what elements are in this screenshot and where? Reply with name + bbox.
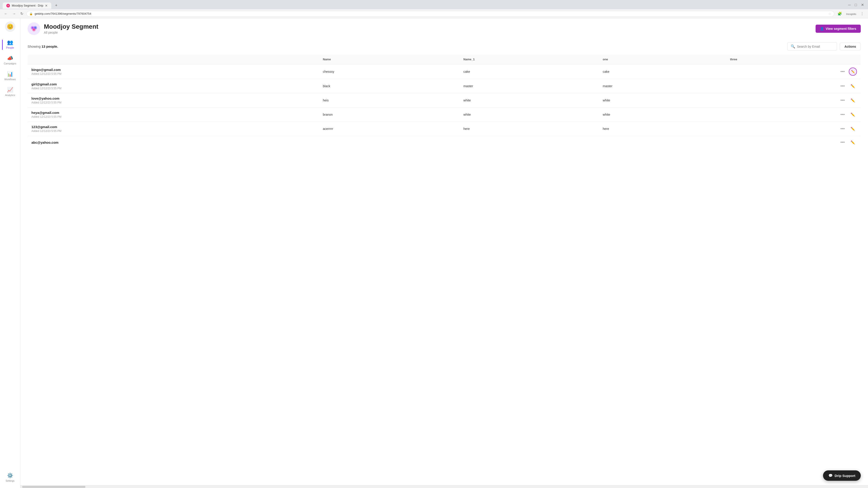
person-email: 123@gmail.com — [31, 125, 315, 129]
person-name: heis — [319, 93, 460, 107]
person-name1: white — [460, 107, 599, 122]
row-actions-cell: ••• ✏️ — [835, 122, 861, 136]
person-three — [726, 107, 835, 122]
sidebar: 😊 👥 People 📣 Campaigns 📊 Workflows 📈 Ana… — [0, 17, 20, 488]
tab-favicon: 🎯 — [6, 4, 10, 7]
analytics-icon: 📈 — [7, 87, 13, 93]
table-row: love@yahoo.com Added 12/12/23 5:55 PM he… — [28, 93, 861, 107]
sidebar-item-settings[interactable]: ⚙️ Settings — [2, 470, 18, 484]
row-actions: ••• ✏️ — [839, 126, 857, 132]
sidebar-item-label: Workflows — [4, 78, 16, 80]
browser-chrome: 🎯 Moodjoy Segment · Drip ✕ + ─ □ ✕ ← → ↻… — [0, 0, 868, 18]
person-added: Added 12/12/23 5:55 PM — [31, 87, 315, 90]
person-email: bingo@gmail.com — [31, 68, 315, 72]
workflows-icon: 📊 — [7, 71, 13, 77]
sidebar-item-label: Settings — [6, 480, 15, 482]
sidebar-item-label: Campaigns — [4, 62, 17, 65]
person-one: white — [599, 93, 726, 107]
edit-person-button[interactable]: ✏️ — [849, 111, 857, 118]
row-actions-cell: ••• ✏️ — [835, 93, 861, 107]
table-row: bingo@gmail.com Added 12/12/23 5:55 PM c… — [28, 64, 861, 79]
person-one: white — [599, 107, 726, 122]
drip-support-icon: 💬 — [829, 474, 833, 478]
col-one: one — [599, 55, 726, 64]
scroll-thumb[interactable] — [22, 486, 86, 488]
search-box[interactable]: 🔍 — [787, 42, 837, 51]
sidebar-item-label: Analytics — [5, 94, 15, 96]
person-name: chesssy — [319, 64, 460, 79]
row-actions-cell: ••• ✏️ — [835, 79, 861, 93]
actions-button[interactable]: Actions — [840, 43, 861, 51]
person-email: love@yahoo.com — [31, 96, 315, 100]
horizontal-scrollbar[interactable] — [20, 485, 868, 488]
more-options-button[interactable]: ••• — [839, 97, 846, 104]
campaigns-icon: 📣 — [7, 55, 13, 61]
view-filters-button[interactable]: 👤 View segment filters — [815, 25, 861, 33]
person-email: heya@gmail.com — [31, 111, 315, 115]
more-options-button[interactable]: ••• — [839, 126, 846, 132]
bookmark-icon[interactable]: ☆ — [829, 12, 831, 15]
sidebar-item-people[interactable]: 👥 People — [2, 37, 18, 51]
person-email: abc@yahoo.com — [31, 140, 315, 144]
page-header: Moodjoy Segment All people 👤 View segmen… — [28, 22, 861, 35]
table-row: heya@gmail.com Added 12/12/23 5:55 PM br… — [28, 107, 861, 122]
col-three: three — [726, 55, 835, 64]
url-text: getdrip.com/7641396/segments/797604754 — [35, 12, 827, 15]
person-three — [726, 79, 835, 93]
more-options-button[interactable]: ••• — [839, 139, 846, 146]
address-bar[interactable]: 🔒 getdrip.com/7641396/segments/797604754… — [26, 11, 834, 17]
edit-person-button[interactable]: ✏️ — [849, 97, 857, 103]
more-options-button[interactable]: ••• — [839, 83, 846, 90]
table-row: 123@gmail.com Added 12/12/23 5:55 PM ace… — [28, 122, 861, 136]
more-options-button[interactable]: ••• — [839, 68, 846, 75]
person-email-cell: love@yahoo.com Added 12/12/23 5:55 PM — [28, 93, 319, 107]
person-three — [726, 93, 835, 107]
person-added: Added 12/12/23 5:55 PM — [31, 129, 315, 133]
people-count: 13 people. — [41, 44, 58, 48]
person-email-cell: heya@gmail.com Added 12/12/23 5:55 PM — [28, 107, 319, 122]
segment-subtitle: All people — [44, 31, 98, 34]
active-tab[interactable]: 🎯 Moodjoy Segment · Drip ✕ — [3, 2, 51, 9]
person-three — [726, 122, 835, 136]
person-name1: master — [460, 79, 599, 93]
search-input[interactable] — [797, 45, 833, 48]
refresh-button[interactable]: ↻ — [19, 11, 25, 17]
person-three — [726, 64, 835, 79]
extensions-button[interactable]: 🧩 — [836, 11, 843, 17]
edit-person-button[interactable]: ✏️ — [849, 139, 857, 145]
maximize-button[interactable]: □ — [853, 2, 858, 8]
profile-button[interactable]: Incognito — [845, 11, 858, 17]
people-icon: 👥 — [7, 39, 13, 45]
edit-person-button[interactable]: ✏️ — [849, 68, 857, 76]
sidebar-item-analytics[interactable]: 📈 Analytics — [2, 85, 18, 99]
person-name: acerrrrr — [319, 122, 460, 136]
person-added: Added 12/12/23 5:55 PM — [31, 115, 315, 119]
drip-support-button[interactable]: 💬 Drip Support — [823, 470, 861, 481]
tab-title: Moodjoy Segment · Drip — [12, 4, 43, 7]
app-logo: 😊 — [5, 22, 16, 32]
row-actions-cell: ••• ✏️ — [835, 64, 861, 79]
back-button[interactable]: ← — [3, 11, 9, 17]
person-email-cell: girl@gmail.com Added 12/12/23 5:55 PM — [28, 79, 319, 93]
person-name: black — [319, 79, 460, 93]
row-actions-cell: ••• ✏️ — [835, 136, 861, 149]
minimize-button[interactable]: ─ — [847, 2, 852, 8]
edit-person-button[interactable]: ✏️ — [849, 83, 857, 89]
menu-button[interactable]: ⋮ — [859, 11, 865, 17]
sidebar-item-workflows[interactable]: 📊 Workflows — [2, 69, 18, 83]
drip-support-label: Drip Support — [835, 474, 855, 478]
search-icon: 🔍 — [791, 44, 795, 48]
actions-label: Actions — [844, 45, 856, 48]
tab-close-button[interactable]: ✕ — [45, 4, 48, 7]
person-one: master — [599, 79, 726, 93]
person-name1: cake — [460, 64, 599, 79]
sidebar-item-campaigns[interactable]: 📣 Campaigns — [2, 53, 18, 67]
close-window-button[interactable]: ✕ — [860, 2, 865, 8]
title-bar: 🎯 Moodjoy Segment · Drip ✕ + ─ □ ✕ — [0, 0, 868, 9]
new-tab-button[interactable]: + — [53, 2, 59, 9]
person-added: Added 12/12/23 5:55 PM — [31, 72, 315, 75]
more-options-button[interactable]: ••• — [839, 111, 846, 118]
row-actions: ••• ✏️ — [839, 68, 857, 76]
edit-person-button[interactable]: ✏️ — [849, 126, 857, 132]
forward-button[interactable]: → — [11, 11, 17, 17]
